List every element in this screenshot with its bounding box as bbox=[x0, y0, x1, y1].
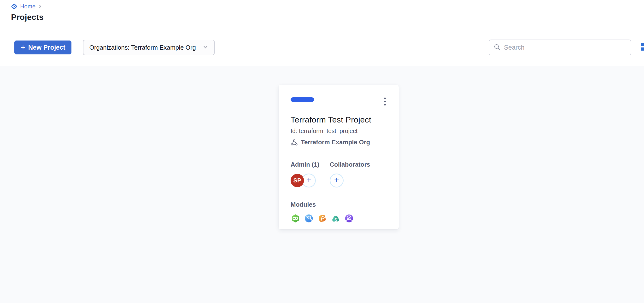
chevron-down-icon bbox=[202, 44, 208, 51]
project-card[interactable]: Terraform Test Project Id: terraform_tes… bbox=[278, 84, 399, 230]
project-accent-pill bbox=[290, 97, 314, 102]
svg-text:$: $ bbox=[334, 218, 337, 222]
check-donut-module-icon bbox=[344, 214, 354, 223]
add-collaborator-button[interactable]: + bbox=[330, 174, 344, 188]
grid-square bbox=[641, 43, 644, 46]
admin-avatar[interactable]: SP bbox=[290, 174, 304, 187]
project-organization-row: Terraform Example Org bbox=[290, 138, 387, 146]
search-input[interactable] bbox=[504, 44, 626, 51]
project-title: Terraform Test Project bbox=[290, 115, 387, 124]
search-circle-module-icon bbox=[304, 214, 314, 223]
projects-grid: Terraform Test Project Id: terraform_tes… bbox=[0, 66, 644, 303]
breadcrumb-home-link[interactable]: Home bbox=[20, 4, 36, 9]
admin-section: Admin (1) SP + bbox=[290, 161, 330, 188]
search-box bbox=[489, 40, 631, 55]
breadcrumb: Home bbox=[10, 2, 644, 10]
organizations-filter-value: Organizations: Terraform Example Org bbox=[89, 44, 196, 51]
organization-triangle-icon bbox=[290, 139, 298, 146]
grid-view-toggle-icon[interactable] bbox=[641, 42, 644, 53]
page-title: Projects bbox=[11, 12, 644, 22]
grid-square bbox=[641, 48, 644, 50]
cloud-dollar-module-icon: $ bbox=[331, 214, 340, 223]
chevron-right-icon bbox=[38, 4, 42, 9]
infinity-hexagon-module-icon bbox=[290, 214, 300, 223]
flag-module-icon bbox=[318, 214, 327, 223]
search-icon bbox=[494, 44, 500, 52]
toolbar: + New Project Organizations: Terraform E… bbox=[0, 30, 644, 65]
kebab-dot bbox=[384, 101, 386, 102]
collaborators-label: Collaborators bbox=[330, 161, 370, 168]
admin-label: Admin (1) bbox=[290, 161, 330, 168]
card-menu-button[interactable] bbox=[383, 97, 387, 106]
collaborators-section: Collaborators + bbox=[330, 161, 370, 188]
modules-label: Modules bbox=[290, 201, 387, 208]
kebab-dot bbox=[384, 104, 386, 106]
modules-section: Modules bbox=[290, 201, 387, 223]
kebab-dot bbox=[384, 98, 386, 99]
organizations-filter-dropdown[interactable]: Organizations: Terraform Example Org bbox=[83, 40, 214, 55]
new-project-button[interactable]: + New Project bbox=[14, 40, 72, 54]
project-id: Id: terraform_test_project bbox=[290, 128, 387, 134]
module-icons-row: $ bbox=[290, 214, 387, 223]
project-organization-name: Terraform Example Org bbox=[301, 138, 370, 146]
four-diamonds-logo-icon bbox=[10, 3, 18, 10]
plus-icon: + bbox=[20, 43, 26, 51]
new-project-label: New Project bbox=[28, 44, 66, 51]
page-header: Home Projects bbox=[0, 0, 644, 30]
